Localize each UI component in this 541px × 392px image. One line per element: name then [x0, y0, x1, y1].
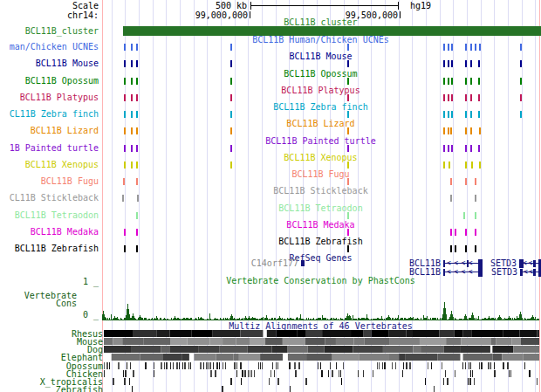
conserved-element-tick[interactable]	[450, 195, 452, 202]
track-label[interactable]: 1B Painted turtle	[0, 144, 99, 152]
gene-exon-block[interactable]	[533, 269, 536, 276]
conserved-element-tick[interactable]	[470, 145, 472, 152]
conserved-element-tick[interactable]	[450, 229, 452, 236]
conserved-element-tick[interactable]	[124, 245, 126, 252]
conserved-element-tick[interactable]	[131, 94, 133, 101]
conserved-element-tick[interactable]	[131, 145, 133, 152]
track-label[interactable]: man/Chicken UCNEs	[0, 43, 99, 51]
conserved-element-tick[interactable]	[347, 212, 349, 219]
conserved-element-tick[interactable]	[520, 111, 522, 118]
conserved-element-tick[interactable]	[136, 94, 138, 101]
conserved-element-tick[interactable]	[479, 127, 481, 134]
conserved-element-tick[interactable]	[136, 111, 138, 118]
conserved-element-tick[interactable]	[448, 78, 449, 85]
conserved-element-tick[interactable]	[347, 245, 349, 252]
conserved-element-tick[interactable]	[465, 229, 467, 236]
conserved-element-tick[interactable]	[449, 162, 450, 168]
conserved-element-tick[interactable]	[347, 178, 349, 185]
conserved-element-tick[interactable]	[230, 127, 232, 134]
conserved-element-tick[interactable]	[347, 94, 349, 101]
gene-exon-block[interactable]	[478, 268, 483, 277]
conserved-element-tick[interactable]	[124, 44, 126, 51]
conserved-element-tick[interactable]	[451, 94, 453, 101]
conserved-element-tick[interactable]	[475, 195, 476, 202]
conserved-element-tick[interactable]	[470, 94, 472, 101]
conserved-element-tick[interactable]	[124, 111, 126, 118]
gene-label[interactable]: SETD3	[491, 268, 517, 276]
conserved-element-tick[interactable]	[124, 127, 126, 134]
conserved-element-tick[interactable]	[455, 245, 456, 252]
conservation-track-label[interactable]: Vertebrate Cons	[0, 292, 77, 299]
multiz-species-label[interactable]: Zebrafish	[0, 386, 103, 392]
conserved-element-tick[interactable]	[230, 44, 232, 51]
conserved-element-tick[interactable]	[465, 60, 467, 67]
conserved-element-tick[interactable]	[230, 60, 232, 67]
conserved-element-tick[interactable]	[136, 127, 138, 134]
track-label[interactable]: BCL11B Tetraodon	[0, 211, 99, 219]
conserved-element-tick[interactable]	[347, 60, 349, 67]
conserved-element-tick[interactable]	[470, 78, 472, 85]
conserved-element-tick[interactable]	[520, 94, 522, 101]
conserved-element-tick[interactable]	[443, 162, 445, 168]
conserved-element-tick[interactable]	[124, 229, 126, 236]
conserved-element-tick[interactable]	[465, 145, 467, 152]
multiz-alignment-row[interactable]	[104, 338, 539, 345]
conserved-element-tick[interactable]	[451, 78, 453, 85]
conserved-element-tick[interactable]	[443, 94, 445, 101]
conserved-element-tick[interactable]	[230, 94, 232, 101]
gene-label[interactable]: C14orf177	[251, 259, 298, 267]
track-label[interactable]: BCL11B Zebrafish	[0, 244, 99, 252]
conserved-element-tick[interactable]	[520, 44, 522, 51]
conserved-element-tick[interactable]	[230, 162, 232, 168]
conserved-element-tick[interactable]	[230, 145, 232, 152]
conserved-element-tick[interactable]	[448, 111, 449, 118]
conserved-element-tick[interactable]	[451, 145, 453, 152]
conserved-element-tick[interactable]	[465, 111, 467, 118]
conserved-element-tick[interactable]	[448, 94, 449, 101]
multiz-alignment-row[interactable]	[104, 330, 539, 337]
conserved-element-tick[interactable]	[463, 212, 465, 219]
conserved-element-tick[interactable]	[450, 127, 452, 134]
conserved-element-tick[interactable]	[136, 229, 138, 236]
multiz-alignment-row[interactable]	[104, 386, 539, 392]
gene-label[interactable]: BCL11B	[409, 268, 441, 276]
conserved-element-tick[interactable]	[443, 60, 445, 67]
conserved-element-tick[interactable]	[465, 94, 467, 101]
track-label[interactable]: BCL11B Platypus	[0, 93, 99, 101]
conserved-element-tick[interactable]	[450, 178, 452, 185]
track-label[interactable]: BCL11B Mouse	[0, 59, 99, 67]
conserved-element-tick[interactable]	[347, 162, 349, 168]
conserved-element-tick[interactable]	[443, 145, 445, 152]
conserved-element-tick[interactable]	[131, 44, 133, 51]
conserved-element-tick[interactable]	[347, 229, 349, 236]
conserved-element-tick[interactable]	[451, 44, 453, 51]
conserved-element-tick[interactable]	[478, 78, 480, 85]
conserved-element-tick[interactable]	[470, 60, 472, 67]
conserved-element-tick[interactable]	[124, 162, 126, 168]
conserved-element-tick[interactable]	[465, 44, 467, 51]
conserved-element-tick[interactable]	[448, 145, 449, 152]
conserved-element-tick[interactable]	[443, 111, 445, 118]
conserved-element-tick[interactable]	[479, 44, 481, 51]
conserved-element-tick[interactable]	[124, 94, 126, 101]
conserved-element-tick[interactable]	[455, 229, 456, 236]
conserved-element-tick[interactable]	[347, 78, 349, 85]
conserved-element-tick[interactable]	[136, 178, 138, 185]
track-label[interactable]: BCL11B Xenopus	[0, 161, 99, 168]
gene-exon-block[interactable]	[533, 260, 536, 267]
conserved-element-tick[interactable]	[448, 127, 449, 134]
conserved-element-tick[interactable]	[470, 44, 472, 51]
conserved-element-tick[interactable]	[136, 44, 138, 51]
conserved-element-tick[interactable]	[131, 78, 133, 85]
conserved-element-tick[interactable]	[451, 60, 453, 67]
conserved-element-tick[interactable]	[131, 127, 133, 134]
multiz-alignment-row[interactable]	[104, 346, 539, 353]
conserved-element-tick[interactable]	[230, 111, 232, 118]
conserved-element-tick[interactable]	[131, 162, 133, 168]
conserved-element-tick[interactable]	[230, 78, 232, 85]
track-label[interactable]: CL11B Zebra finch	[0, 110, 99, 118]
conserved-element-tick[interactable]	[470, 127, 472, 134]
conserved-element-tick[interactable]	[475, 245, 476, 252]
conserved-element-tick[interactable]	[450, 245, 452, 252]
conserved-element-tick[interactable]	[136, 162, 138, 168]
